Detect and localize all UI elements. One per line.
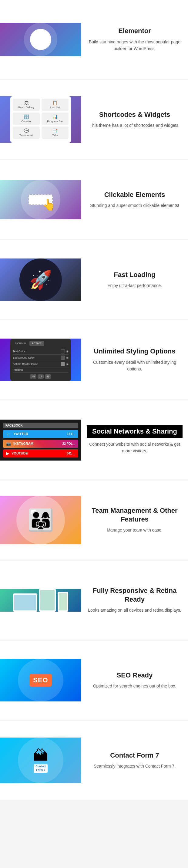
swatch-border [61,362,65,366]
sp-num-2: 14 [38,374,44,379]
item-responsive: Fully Responsive & Retina Ready Looks am… [0,561,188,640]
item-title-elementor: Elementor [87,27,183,35]
elementor-logo-inner [30,29,51,50]
item-desc-elementor: Build stunning pages with the most popul… [87,38,183,52]
shortcodes-widget-panel: 🖼Basic Gallery 📋Icon List 🔢Counter 📊Prog… [10,96,71,143]
item-desc-rocket: Enjoy ultra-fast performance. [87,282,183,289]
click-finger-icon: 👆 [42,198,56,211]
team-inner-circle: 👨‍👩‍👧 [17,496,65,544]
item-content-rocket: Fast Loading Enjoy ultra-fast performanc… [81,265,188,295]
item-image-rocket: 🚀 [0,258,81,301]
item-clickable: 👆 Clickable Elements Stunning and super … [0,160,188,239]
sp-numbers: 45 14 45 [13,374,68,379]
item-rocket: 🚀 Fast Loading Enjoy ultra-fast performa… [0,240,188,319]
sw-item-testimonial: 💬Testimonial [13,126,40,138]
cf7-label: Contact Form 7 [34,764,48,772]
sw-item-counter: 🔢Counter [13,113,40,125]
item-desc-seo: Optimized for search engines out of the … [87,683,183,689]
item-image-elementor [0,23,81,56]
item-desc-clickable: Stunning and super smooth clickable elem… [87,202,183,209]
cf7-mountain-icon: 🏔 [33,748,48,763]
item-image-clickable: 👆 [0,180,81,219]
sp-tab-bar: NORMAL ACTIVE [13,341,68,346]
sp-row-text: Text Color ◉ [13,348,68,355]
seo-box: SEO [29,674,52,687]
clickable-inner-circle: 👆 [21,180,60,219]
item-title-team: Team Management & Other Features [87,506,183,524]
item-desc-shortcodes: This theme has a lot of shortcodes and w… [87,122,183,129]
item-content-social: Social Networks & Sharing Connect your w… [81,419,188,460]
item-image-seo: SEO [0,659,81,702]
item-desc-styling: Customize every detail with unlimited st… [87,359,183,373]
item-content-elementor: Elementor Build stunning pages with the … [81,21,188,58]
item-team: 👨‍👩‍👧 Team Management & Other Features M… [0,480,188,559]
sp-row-border: Bottom Border Color ◉ [13,361,68,367]
item-title-cf7: Contact Form 7 [87,751,183,760]
tablet-icon [39,589,56,612]
phone-icon [58,592,68,612]
item-image-responsive [0,589,81,612]
svg-rect-0 [35,35,38,44]
item-content-styling: Unlimited Styling Options Customize ever… [81,341,188,378]
item-elementor: Elementor Build stunning pages with the … [0,0,188,79]
item-title-rocket: Fast Loading [87,271,183,279]
item-desc-team: Manage your team with ease. [87,527,183,533]
item-social: FACEBOOK 🐦 TWITTER 17 F... 📷 INSTAGRAM 2… [0,401,188,479]
item-content-responsive: Fully Responsive & Retina Ready Looks am… [81,580,188,620]
item-content-cf7: Contact Form 7 Seamlessly integrates wit… [81,745,188,776]
swatch-text [61,349,65,353]
svg-rect-1 [39,35,46,37]
sw-item-tabs: 📑Tabs [41,126,68,138]
item-desc-responsive: Looks amazing on all devices and retina … [87,607,183,614]
item-image-team: 👨‍👩‍👧 [0,496,81,544]
svg-rect-3 [39,42,46,44]
item-desc-cf7: Seamlessly integrates with Contact Form … [87,763,183,769]
item-image-shortcodes: 🖼Basic Gallery 📋Icon List 🔢Counter 📊Prog… [0,96,81,143]
svg-rect-2 [39,38,46,40]
click-demo: 👆 [29,194,53,205]
item-title-styling: Unlimited Styling Options [87,347,183,356]
social-row-header: FACEBOOK [3,423,78,428]
item-desc-social: Connect your website with social network… [87,441,183,455]
cf7-inner-circle: 🏔 Contact Form 7 [18,738,63,783]
responsive-devices [13,589,68,612]
elementor-logo-circle [24,23,57,56]
sp-num-3: 45 [45,374,51,379]
social-row-instagram: 📷 INSTAGRAM 22 FOL... [3,440,78,448]
social-row-twitter: 🐦 TWITTER 17 F... [3,430,78,438]
item-shortcodes: 🖼Basic Gallery 📋Icon List 🔢Counter 📊Prog… [0,80,188,159]
item-image-social: FACEBOOK 🐦 TWITTER 17 F... 📷 INSTAGRAM 2… [0,420,81,461]
item-content-seo: SEO Ready Optimized for search engines o… [81,665,188,696]
seo-inner-circle: SEO [18,659,63,702]
item-content-clickable: Clickable Elements Stunning and super sm… [81,184,188,215]
sw-item-gallery: 🖼Basic Gallery [13,99,40,111]
sw-header: 🖼Basic Gallery 📋Icon List 🔢Counter 📊Prog… [13,99,68,138]
sp-tab-normal: NORMAL [13,341,29,346]
item-title-social: Social Networks & Sharing [87,425,183,438]
item-title-seo: SEO Ready [87,671,183,680]
item-seo: SEO SEO Ready Optimized for search engin… [0,641,188,720]
item-title-clickable: Clickable Elements [87,190,183,199]
item-title-shortcodes: Shortcodes & Widgets [87,111,183,119]
swatch-bg [61,355,65,360]
social-row-youtube: ▶ YOUTUBE 341 ... [3,449,78,458]
item-image-cf7: 🏔 Contact Form 7 [0,738,81,783]
item-cf7: 🏔 Contact Form 7 Contact Form 7 Seamless… [0,721,188,800]
styling-panel: NORMAL ACTIVE Text Color ◉ Background Co… [10,339,71,381]
item-title-responsive: Fully Responsive & Retina Ready [87,586,183,604]
item-content-shortcodes: Shortcodes & Widgets This theme has a lo… [81,104,188,135]
rocket-circle: 🚀 [20,258,62,301]
item-styling: NORMAL ACTIVE Text Color ◉ Background Co… [0,320,188,399]
sp-num-1: 45 [30,374,36,379]
desktop-icon [13,593,37,612]
sp-tab-active: ACTIVE [29,341,44,346]
sp-row-padding: Padding [13,367,68,373]
item-content-team: Team Management & Other Features Manage … [81,500,188,540]
item-image-styling: NORMAL ACTIVE Text Color ◉ Background Co… [0,339,81,381]
sw-item-iconlist: 📋Icon List [41,99,68,111]
sw-item-progress: 📊Progress Bar [41,113,68,125]
sp-row-bg: Background Color ◉ [13,355,68,361]
